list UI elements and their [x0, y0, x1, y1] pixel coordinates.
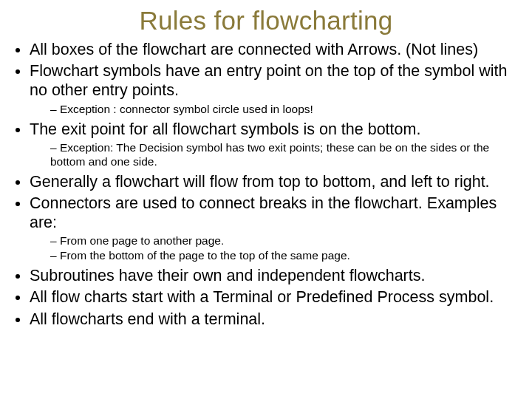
list-item: Subroutines have their own and independe… — [30, 266, 519, 285]
list-item-text: The exit point for all flowchart symbols… — [30, 120, 420, 138]
sub-list: From one page to another page. From the … — [30, 234, 519, 263]
sub-list-item: Exception : connector symbol circle used… — [50, 103, 519, 117]
list-item: The exit point for all flowchart symbols… — [30, 120, 519, 169]
list-item: All boxes of the flowchart are connected… — [30, 40, 519, 59]
slide: Rules for flowcharting All boxes of the … — [0, 0, 532, 399]
sub-list-item: From the bottom of the page to the top o… — [50, 249, 519, 263]
list-item-text: All boxes of the flowchart are connected… — [30, 41, 478, 58]
list-item: Connectors are used to connect breaks in… — [30, 194, 519, 263]
list-item: Flowchart symbols have an entry point on… — [30, 61, 519, 116]
list-item-text: All flow charts start with a Terminal or… — [30, 288, 494, 306]
page-title: Rules for flowcharting — [13, 6, 519, 35]
list-item-text: Subroutines have their own and independe… — [30, 267, 425, 284]
sub-list-item: Exception: The Decision symbol has two e… — [50, 141, 519, 169]
list-item: Generally a flowchart will flow from top… — [30, 172, 519, 191]
list-item-text: All flowcharts end with a terminal. — [30, 310, 265, 328]
main-list: All boxes of the flowchart are connected… — [13, 40, 519, 329]
list-item-text: Generally a flowchart will flow from top… — [30, 173, 490, 191]
sub-list-item: From one page to another page. — [50, 234, 519, 248]
list-item-text: Flowchart symbols have an entry point on… — [30, 62, 508, 99]
sub-list: Exception: The Decision symbol has two e… — [30, 141, 519, 169]
sub-list: Exception : connector symbol circle used… — [30, 103, 519, 117]
list-item: All flow charts start with a Terminal or… — [30, 287, 519, 307]
list-item: All flowcharts end with a terminal. — [30, 310, 519, 329]
list-item-text: Connectors are used to connect breaks in… — [30, 194, 497, 231]
